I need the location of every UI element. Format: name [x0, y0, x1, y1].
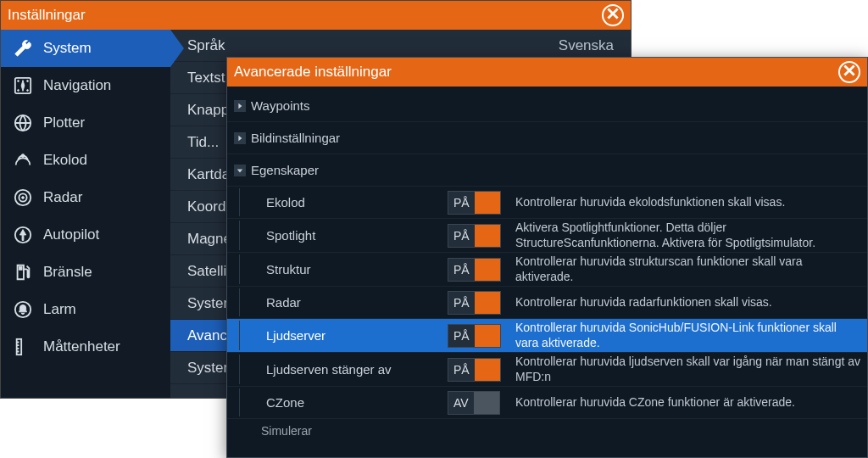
feature-row[interactable]: StrukturPÅKontrollerar huruvida struktur… — [227, 253, 867, 287]
toggle-switch[interactable]: AV — [448, 391, 500, 415]
settings-row-label: Avanc — [187, 327, 227, 344]
settings-row-value: Svenska — [559, 37, 614, 54]
svg-point-2 — [27, 81, 29, 82]
tree-indent — [239, 355, 261, 384]
globe-icon — [13, 113, 33, 133]
sidebar: SystemNavigationPlotterEkolodRadarAutopi… — [1, 30, 170, 398]
sidebar-item-plotter[interactable]: Plotter — [1, 104, 170, 142]
close-icon — [843, 64, 855, 81]
feature-label: Ekolod — [261, 195, 448, 209]
settings-row-label: Satelli — [187, 263, 226, 280]
sidebar-item-label: Ekolod — [43, 152, 87, 169]
settings-titlebar: Inställningar — [1, 1, 631, 30]
tree-indent — [239, 288, 261, 316]
chevron-right-icon — [234, 100, 246, 112]
sidebar-item-autopilot[interactable]: Autopilot — [1, 216, 170, 254]
toggle-state-label: PÅ — [448, 229, 475, 243]
feature-description: Aktivera Spotlightfunktioner. Detta dölj… — [504, 221, 860, 250]
svg-point-9 — [22, 197, 25, 199]
bell-icon — [13, 299, 33, 320]
tree-indent — [239, 321, 261, 350]
ruler-icon — [13, 337, 33, 357]
sidebar-item-label: Radar — [43, 189, 82, 206]
sidebar-item-radar[interactable]: Radar — [1, 179, 170, 216]
compass-square-icon — [13, 75, 33, 96]
toggle-state-label: PÅ — [448, 196, 475, 209]
feature-label: Ljudserven stänger av — [261, 362, 448, 377]
toggle-state-label: PÅ — [448, 329, 475, 343]
settings-row-label: Syster — [187, 295, 228, 312]
tree-group[interactable]: Egenskaper — [227, 154, 867, 187]
toggle-state-label: PÅ — [448, 296, 475, 310]
tree-indent — [239, 221, 261, 250]
feature-label: Ljudserver — [261, 328, 448, 343]
feature-row[interactable]: LjudserverPÅKontrollerar huruvida SonicH… — [227, 319, 867, 353]
close-button[interactable] — [602, 4, 624, 26]
sidebar-item-label: Plotter — [43, 114, 85, 131]
svg-point-3 — [18, 90, 19, 92]
tree-indent — [239, 388, 261, 416]
toggle-state-label: AV — [448, 396, 474, 410]
feature-description: Kontrollerar huruvida ljudserven skall v… — [504, 355, 860, 384]
toggle-knob — [475, 359, 500, 381]
toggle-knob — [475, 192, 500, 214]
feature-row[interactable]: EkolodPÅKontrollerar huruvida ekolodsfun… — [227, 187, 867, 219]
svg-point-4 — [27, 90, 29, 92]
chevron-right-icon — [234, 132, 246, 144]
sidebar-item-label: Navigation — [43, 77, 111, 94]
toggle-state-label: PÅ — [448, 363, 475, 377]
toggle-switch[interactable]: PÅ — [448, 191, 501, 215]
close-button[interactable] — [838, 61, 860, 83]
advanced-body: WaypointsBildinställningarEgenskaperEkol… — [227, 87, 867, 457]
feature-description: Kontrollerar huruvida strukturscan funkt… — [504, 254, 860, 284]
settings-row-label: Kartda — [187, 166, 230, 183]
advanced-titlebar: Avancerade inställningar — [227, 58, 867, 87]
tree-indent — [239, 254, 261, 284]
sidebar-item-bransle[interactable]: Bränsle — [1, 254, 170, 291]
toggle-knob — [475, 259, 500, 281]
tree-group-label: Egenskaper — [251, 163, 319, 177]
sidebar-item-ekolod[interactable]: Ekolod — [1, 142, 170, 179]
toggle-switch[interactable]: PÅ — [448, 324, 501, 348]
feature-description: Kontrollerar huruvida SonicHub/FUSION-Li… — [504, 321, 860, 350]
toggle-knob — [475, 325, 500, 347]
feature-row[interactable]: RadarPÅKontrollerar huruvida radarfunkti… — [227, 287, 867, 319]
feature-row[interactable]: CZoneAVKontrollerar huruvida CZone funkt… — [227, 387, 867, 419]
settings-row-label: Koord — [187, 198, 225, 215]
sidebar-item-matten[interactable]: Måttenheter — [1, 328, 170, 366]
sidebar-item-navigation[interactable]: Navigation — [1, 67, 170, 104]
arrow-circle-icon — [13, 225, 33, 245]
svg-rect-11 — [19, 267, 22, 271]
toggle-switch[interactable]: PÅ — [448, 291, 501, 315]
advanced-title: Avancerade inställningar — [234, 64, 392, 81]
sidebar-item-label: System — [43, 40, 92, 57]
settings-row-label: Textst — [187, 70, 225, 87]
settings-row-label: Syster — [187, 360, 228, 377]
feature-description: Kontrollerar huruvida CZone funktioner ä… — [504, 395, 860, 411]
settings-row-label: Språk — [187, 37, 225, 54]
close-icon — [607, 7, 619, 24]
feature-label: Struktur — [261, 262, 448, 276]
sidebar-item-larm[interactable]: Larm — [1, 291, 170, 328]
tree-group-label: Waypoints — [251, 98, 309, 113]
feature-row[interactable]: SpotlightPÅAktivera Spotlightfunktioner.… — [227, 219, 867, 253]
settings-row-label: Magne — [187, 231, 231, 248]
toggle-switch[interactable]: PÅ — [448, 224, 501, 248]
sidebar-item-system[interactable]: System — [1, 30, 170, 67]
settings-row-label: Knapp — [187, 102, 229, 119]
feature-row[interactable]: Ljudserven stänger avPÅKontrollerar huru… — [227, 353, 867, 387]
toggle-switch[interactable]: PÅ — [448, 358, 501, 382]
footer-row: Simulerar — [227, 419, 867, 443]
sidebar-item-label: Autopilot — [43, 226, 99, 243]
advanced-settings-window: Avancerade inställningar WaypointsBildin… — [226, 57, 868, 458]
tree-group[interactable]: Bildinställningar — [227, 122, 867, 154]
target-icon — [13, 187, 33, 208]
feature-description: Kontrollerar huruvida radarfunktionen sk… — [504, 295, 860, 310]
settings-title: Inställningar — [8, 7, 86, 24]
toggle-knob — [474, 392, 499, 414]
toggle-switch[interactable]: PÅ — [448, 258, 501, 282]
sidebar-item-label: Måttenheter — [43, 338, 120, 355]
tree-group[interactable]: Waypoints — [227, 90, 867, 122]
toggle-knob — [475, 292, 500, 314]
feature-label: Spotlight — [261, 228, 448, 243]
